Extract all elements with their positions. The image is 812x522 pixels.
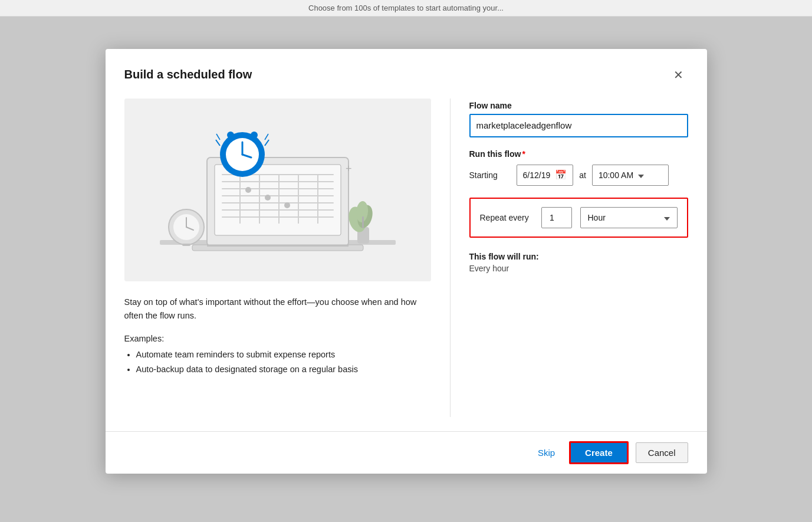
repeat-number-input[interactable]: [541, 207, 572, 228]
illustration: +: [124, 99, 431, 281]
flow-name-label: Flow name: [469, 101, 688, 110]
at-label: at: [579, 170, 586, 180]
svg-point-18: [284, 202, 290, 208]
example-item-1: Automate team reminders to submit expens…: [136, 348, 431, 362]
right-panel: Flow name Run this flow* Starting 6/12/1…: [469, 99, 688, 417]
svg-rect-6: [222, 188, 334, 189]
starting-label: Starting: [469, 170, 511, 180]
date-picker[interactable]: 6/12/19 📅: [517, 165, 574, 186]
flow-will-run-desc: Every hour: [469, 264, 688, 273]
time-picker[interactable]: 10:00 AM: [592, 165, 669, 186]
page-background: Choose from 100s of templates to start a…: [0, 0, 812, 522]
flow-will-run-title: This flow will run:: [469, 252, 688, 261]
repeat-unit-value: Hour: [588, 213, 606, 222]
vertical-divider: [450, 99, 451, 417]
banner-text: Choose from 100s of templates to start a…: [308, 4, 504, 12]
svg-rect-9: [222, 209, 334, 211]
svg-rect-5: [222, 181, 334, 182]
illustration-svg: +: [124, 99, 431, 281]
svg-rect-20: [207, 245, 349, 247]
repeat-unit-select[interactable]: Hour: [580, 207, 678, 228]
date-value: 6/12/19: [523, 170, 551, 180]
repeat-unit-chevron-icon: [664, 213, 670, 222]
description-text: Stay on top of what's important without …: [124, 297, 417, 320]
flow-name-input[interactable]: [469, 114, 688, 137]
skip-button[interactable]: Skip: [531, 443, 562, 462]
svg-rect-12: [259, 174, 260, 224]
svg-rect-10: [222, 216, 334, 218]
svg-rect-15: [317, 174, 318, 224]
dialog-header: Build a scheduled flow ✕: [106, 49, 707, 84]
flow-will-run-section: This flow will run: Every hour: [469, 252, 688, 273]
create-button[interactable]: Create: [569, 441, 629, 464]
run-section-label: Run this flow*: [469, 149, 688, 159]
svg-rect-11: [239, 174, 241, 224]
calendar-icon: 📅: [555, 169, 567, 180]
repeat-box: Repeat every Hour: [469, 198, 688, 238]
flow-name-field: Flow name: [469, 101, 688, 137]
svg-rect-14: [298, 174, 299, 224]
left-description: Stay on top of what's important without …: [124, 296, 431, 377]
svg-rect-8: [222, 202, 334, 203]
svg-rect-13: [278, 174, 280, 224]
svg-point-25: [227, 132, 234, 139]
top-banner: Choose from 100s of templates to start a…: [0, 0, 812, 17]
svg-rect-36: [182, 244, 190, 246]
svg-point-26: [251, 132, 258, 139]
svg-point-16: [245, 187, 251, 193]
left-panel: +: [124, 99, 431, 417]
cancel-button[interactable]: Cancel: [636, 442, 688, 463]
time-value: 10:00 AM: [599, 170, 633, 180]
svg-rect-41: [362, 216, 364, 228]
run-section: Run this flow* Starting 6/12/19 📅 at 10:…: [469, 149, 688, 186]
close-button[interactable]: ✕: [669, 65, 688, 84]
dialog-title: Build a scheduled flow: [124, 68, 252, 81]
dialog-footer: Skip Create Cancel: [106, 431, 707, 474]
repeat-label: Repeat every: [480, 213, 533, 222]
examples-title: Examples:: [124, 332, 431, 346]
close-icon: ✕: [673, 68, 683, 82]
examples-list: Automate team reminders to submit expens…: [136, 348, 431, 376]
svg-text:+: +: [346, 163, 352, 175]
required-star: *: [522, 149, 525, 159]
example-item-2: Auto-backup data to designated storage o…: [136, 363, 431, 376]
time-chevron-icon: [638, 170, 644, 180]
svg-point-17: [265, 195, 271, 201]
dialog: Build a scheduled flow ✕: [106, 49, 707, 474]
svg-rect-7: [222, 195, 334, 196]
dialog-body: +: [106, 84, 707, 431]
starting-row: Starting 6/12/19 📅 at 10:00 AM: [469, 165, 688, 186]
